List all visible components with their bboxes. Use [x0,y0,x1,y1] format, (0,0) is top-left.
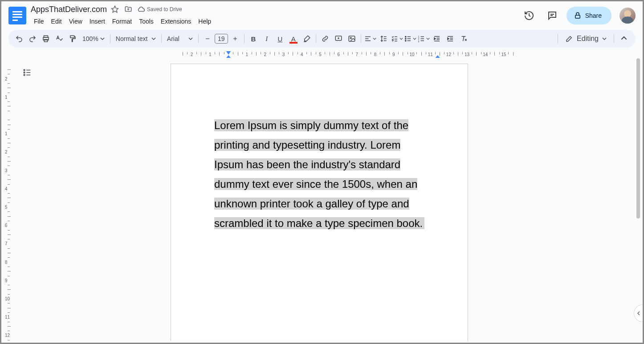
chevron-down-icon [100,36,105,41]
ruler-number: 6 [337,52,340,57]
undo-button[interactable] [13,32,25,45]
vertical-scrollbar[interactable] [636,58,641,341]
vertical-ruler[interactable]: 2112345678910111213 [3,58,11,341]
lock-icon [574,12,582,20]
ruler-number: 5 [5,205,8,210]
ruler-number: 7 [356,52,359,57]
svg-point-47 [24,74,25,76]
ruler-number: 13 [465,52,469,57]
spellcheck-button[interactable] [53,32,65,45]
share-button[interactable]: Share [567,7,611,24]
ruler-number: 5 [319,52,322,57]
ruler-number: 2 [5,76,8,81]
font-size-decrease-button[interactable] [201,32,214,45]
menu-format[interactable]: Format [109,16,135,27]
ruler-number: 7 [5,241,8,246]
menu-edit[interactable]: Edit [48,16,65,27]
title-row: AppsThatDeliver.com Saved to Drive [31,5,520,14]
svg-text:3: 3 [418,40,419,43]
zoom-value: 100% [82,35,98,42]
zoom-dropdown[interactable]: 100% [80,32,107,45]
bulleted-list-button[interactable] [404,32,416,45]
redo-button[interactable] [26,32,39,45]
chevron-down-icon [188,36,193,41]
print-button[interactable] [40,32,52,45]
svg-point-25 [405,40,406,41]
history-icon[interactable] [520,7,538,24]
ruler-number: 1 [209,52,212,57]
move-to-folder-icon[interactable] [124,5,133,14]
ruler-number: 10 [5,296,10,301]
app-header: AppsThatDeliver.com Saved to Drive File … [1,1,643,30]
italic-button[interactable]: I [261,32,273,45]
clear-formatting-button[interactable] [457,32,470,45]
menu-help[interactable]: Help [195,16,214,27]
left-indent-marker[interactable] [226,51,231,55]
svg-point-23 [405,36,406,37]
checklist-button[interactable] [391,32,403,45]
menu-tools[interactable]: Tools [136,16,157,27]
user-avatar[interactable] [620,8,636,24]
font-dropdown[interactable]: Arial [164,32,196,45]
decrease-indent-button[interactable] [431,32,443,45]
toolbar-separator [161,34,162,43]
underline-button[interactable]: U [274,32,286,45]
document-page[interactable]: Lorem Ipsum is simply dummy text of the … [171,64,468,341]
menu-extensions[interactable]: Extensions [158,16,194,27]
docs-logo-icon[interactable] [8,7,26,24]
selected-text[interactable]: Lorem Ipsum is simply dummy text of the … [214,119,424,229]
scrollbar-thumb[interactable] [636,58,640,219]
ruler-number: 1 [245,52,248,57]
font-size-increase-button[interactable] [229,32,241,45]
highlight-button[interactable] [301,32,313,45]
menu-insert[interactable]: Insert [86,16,108,27]
document-title[interactable]: AppsThatDeliver.com [31,5,107,14]
pencil-icon [565,35,573,43]
menu-view[interactable]: View [66,16,86,27]
comments-icon[interactable] [543,7,561,24]
document-area: Lorem Ipsum is simply dummy text of the … [11,58,641,341]
toolbar-separator [198,34,199,43]
menu-file[interactable]: File [31,16,47,27]
hanging-indent-marker[interactable] [226,55,231,58]
ruler-number: 11 [5,315,10,320]
ruler-number: 1 [5,131,8,136]
toolbar-separator [361,34,361,43]
ruler-number: 11 [428,52,433,57]
ruler-number: 12 [446,52,451,57]
font-value: Arial [167,35,187,42]
text-color-button[interactable]: A [287,32,300,45]
bold-button[interactable]: B [247,32,260,45]
title-icons: Saved to Drive [110,5,182,14]
add-comment-button[interactable] [332,32,345,45]
ruler-number: 3 [282,52,285,57]
chevron-down-icon [151,36,156,41]
insert-link-button[interactable] [319,32,331,45]
font-size-input[interactable] [215,34,228,44]
horizontal-ruler[interactable]: 21123456789101112131415 [17,51,638,58]
ruler-number: 1 [5,94,8,99]
increase-indent-button[interactable] [444,32,457,45]
toolbar: 100% Normal text Arial B I U A 123 [8,30,636,48]
align-button[interactable] [364,32,376,45]
editing-mode-button[interactable]: Editing [561,35,611,43]
collapse-toolbar-button[interactable] [617,32,631,46]
ruler-number: 15 [501,52,506,57]
share-label: Share [585,12,602,19]
chevron-down-icon [602,36,607,41]
numbered-list-button[interactable]: 123 [417,32,430,45]
toolbar-container: 100% Normal text Arial B I U A 123 [1,30,643,51]
outline-toggle-button[interactable] [21,66,33,79]
ruler-number: 9 [392,52,395,57]
star-icon[interactable] [110,5,119,14]
insert-image-button[interactable] [346,32,358,45]
svg-rect-7 [70,36,74,38]
line-spacing-button[interactable] [377,32,390,45]
saved-to-drive-label[interactable]: Saved to Drive [137,5,182,13]
ruler-number: 10 [409,52,414,57]
style-dropdown[interactable]: Normal text [113,32,159,45]
paint-format-button[interactable] [66,32,79,45]
svg-point-13 [350,37,351,39]
page-content[interactable]: Lorem Ipsum is simply dummy text of the … [214,116,426,233]
editing-label: Editing [577,35,599,43]
